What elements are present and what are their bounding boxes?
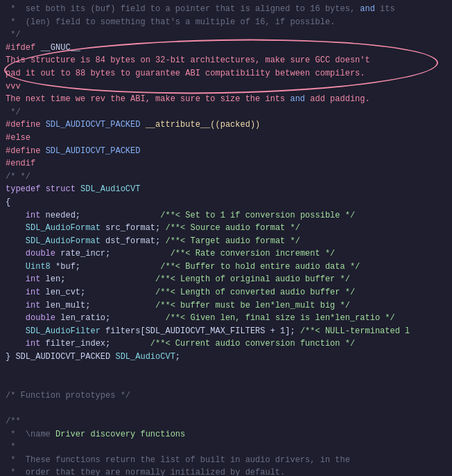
line-32: [6, 402, 446, 415]
line-9: */: [6, 106, 446, 119]
line-16: {: [6, 196, 446, 209]
line-28: } SDL_AUDIOCVT_PACKED SDL_AudioCVT;: [6, 351, 446, 364]
line-1: * set both its (buf) field to a pointer …: [6, 3, 446, 16]
line-36: * These functions return the list of bui…: [6, 454, 446, 467]
line-22: int len; /**< Length of original audio b…: [6, 273, 446, 286]
line-13: #endif: [6, 157, 446, 170]
line-15: typedef struct SDL_AudioCVT: [6, 183, 446, 196]
line-14: /* */: [6, 170, 446, 184]
line-3: */: [6, 28, 446, 42]
line-33: /**: [6, 415, 446, 428]
line-23: int len_cvt; /**< Length of converted au…: [6, 286, 446, 299]
line-2: * (len) field to something that's a mult…: [6, 16, 446, 29]
line-29: [6, 364, 446, 377]
line-6: pad it out to 88 bytes to guarantee ABI …: [6, 67, 446, 80]
line-21: Uint8 *buf; /**< Buffer to hold entire a…: [6, 261, 446, 274]
line-8: The next time we rev the ABI, make sure …: [6, 93, 446, 106]
line-31: /* Function prototypes */: [6, 389, 446, 403]
line-17: int needed; /**< Set to 1 if conversion …: [6, 209, 446, 222]
line-34: * \name Driver discovery functions: [6, 428, 446, 441]
line-26: SDL_AudioFilter filters[SDL_AUDIOCVT_MAX…: [6, 325, 446, 338]
line-7: vvv: [6, 80, 446, 94]
code-viewer: * set both its (buf) field to a pointer …: [0, 0, 452, 476]
line-11: #else: [6, 132, 446, 145]
line-19: SDL_AudioFormat dst_format; /**< Target …: [6, 235, 446, 248]
line-12: #define SDL_AUDIOCVT_PACKED: [6, 145, 446, 158]
line-27: int filter_index; /**< Current audio con…: [6, 337, 446, 351]
line-24: int len_mult; /**< buffer must be len*le…: [6, 299, 446, 312]
line-35: *: [6, 441, 446, 454]
line-30: [6, 376, 446, 389]
line-18: SDL_AudioFormat src_format; /**< Source …: [6, 222, 446, 235]
line-5: This structure is 84 bytes on 32-bit arc…: [6, 54, 446, 67]
line-10: #define SDL_AUDIOCVT_PACKED __attribute_…: [6, 118, 446, 132]
line-4: #ifdef __GNUC__: [6, 42, 446, 55]
line-37: * order that they are normally initializ…: [6, 466, 446, 476]
line-25: double len_ratio; /**< Given len, final …: [6, 312, 446, 325]
line-20: double rate_incr; /**< Rate conversion i…: [6, 247, 446, 261]
